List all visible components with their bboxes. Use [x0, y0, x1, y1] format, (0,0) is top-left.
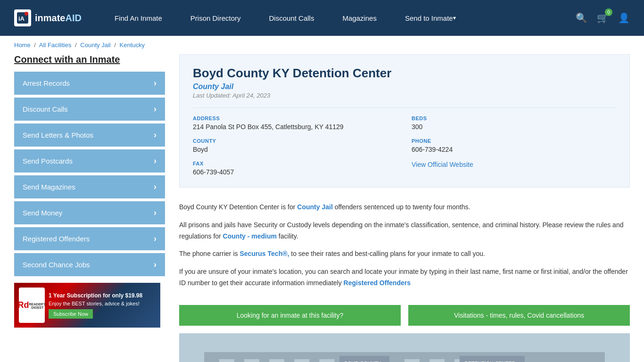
- nav-discount-calls[interactable]: Discount Calls: [255, 0, 329, 36]
- looking-for-inmate-button[interactable]: Looking for an inmate at this facility?: [179, 305, 401, 326]
- breadcrumb-sep-1: /: [34, 41, 36, 49]
- desc4-link[interactable]: Registered Offenders: [344, 279, 411, 287]
- ad-logo: Rd READER'S DIGEST: [19, 288, 45, 323]
- svg-text:iA: iA: [18, 15, 25, 22]
- svg-rect-12: [429, 359, 445, 362]
- facility-card: Boyd County KY Detention Center County J…: [179, 54, 630, 188]
- sidebar-btn-send-money[interactable]: Send Money ›: [14, 201, 165, 224]
- cart-badge: 0: [605, 8, 612, 16]
- beds-label: BEDS: [412, 115, 616, 121]
- header-icons: 🔍 🛒 0 👤: [576, 12, 630, 24]
- arrow-icon: ›: [154, 104, 157, 114]
- search-icon[interactable]: 🔍: [576, 12, 587, 24]
- sidebar-btn-label-registered-offenders: Registered Offenders: [23, 235, 90, 243]
- breadcrumb-sep-3: /: [114, 41, 116, 49]
- description-area: Boyd County KY Detention Center is for C…: [179, 197, 630, 300]
- sidebar-btn-send-magazines[interactable]: Send Magazines ›: [14, 175, 165, 198]
- sidebar-btn-label-discount-calls: Discount Calls: [23, 105, 68, 113]
- desc-para-4: If you are unsure of your inmate's locat…: [179, 266, 630, 289]
- sidebar-btn-arrest-records[interactable]: Arrest Records ›: [14, 72, 165, 95]
- arrow-icon: ›: [154, 130, 157, 140]
- ad-desc: Enjoy the BEST stories, advice & jokes!: [49, 301, 142, 306]
- breadcrumb: Home / All Facilities / County Jail / Ke…: [0, 36, 644, 54]
- desc-para-2: All prisons and jails have Security or C…: [179, 220, 630, 242]
- info-fax-block: FAX 606-739-4057: [193, 161, 397, 176]
- arrow-icon: ›: [154, 78, 157, 88]
- sidebar-btn-label-second-chance: Second Chance Jobs: [23, 261, 90, 269]
- desc3-start: The phone carrier is: [179, 250, 239, 257]
- arrow-icon: ›: [154, 260, 157, 270]
- sidebar-title: Connect with an Inmate: [14, 54, 165, 65]
- nav-prison-directory[interactable]: Prison Directory: [176, 0, 255, 36]
- desc3-end: to see their rates and best-calling plan…: [289, 250, 485, 257]
- svg-rect-10: [319, 359, 334, 362]
- desc1-link[interactable]: County Jail: [297, 203, 332, 211]
- desc1-end: offenders sentenced up to twenty four mo…: [333, 203, 471, 211]
- website-link[interactable]: View Official Website: [412, 161, 473, 168]
- svg-point-2: [25, 12, 28, 16]
- sidebar-ad[interactable]: Rd READER'S DIGEST 1 Year Subscription f…: [14, 283, 160, 328]
- breadcrumb-home[interactable]: Home: [14, 41, 31, 49]
- info-county-block: COUNTY Boyd: [193, 138, 397, 153]
- info-beds-block: BEDS 300: [412, 115, 616, 131]
- main-nav: Find An Inmate Prison Directory Discount…: [100, 0, 576, 36]
- breadcrumb-county-jail[interactable]: County Jail: [80, 41, 110, 49]
- sidebar-btn-label-send-postcards: Send Postcards: [23, 157, 73, 165]
- info-grid: ADDRESS 214 Panola St PO Box 455, Catlet…: [193, 107, 616, 176]
- sidebar-btn-label-send-letters: Send Letters & Photos: [23, 131, 93, 139]
- ad-title: 1 Year Subscription for only $19.98: [49, 292, 142, 299]
- sidebar-btn-discount-calls[interactable]: Discount Calls ›: [14, 98, 165, 121]
- desc-para-3: The phone carrier is Securus Tech®, to s…: [179, 248, 630, 260]
- logo-text: inmateAID: [35, 13, 82, 24]
- main-content: Connect with an Inmate Arrest Records › …: [0, 54, 644, 362]
- address-value: 214 Panola St PO Box 455, Catlettsburg, …: [193, 123, 397, 131]
- desc2-link[interactable]: County - medium: [223, 232, 277, 240]
- detail-panel: Boyd County KY Detention Center County J…: [179, 54, 630, 362]
- breadcrumb-sep-2: /: [75, 41, 77, 49]
- phone-value: 606-739-4224: [412, 146, 616, 153]
- facility-type: County Jail: [193, 82, 616, 91]
- cart-icon[interactable]: 🛒 0: [597, 12, 609, 24]
- desc2-end: facility.: [277, 232, 298, 240]
- arrow-icon: ›: [154, 156, 157, 166]
- breadcrumb-state[interactable]: Kentucky: [120, 41, 145, 49]
- arrow-icon: ›: [154, 208, 157, 218]
- desc3-link[interactable]: Securus Tech®,: [239, 250, 289, 257]
- breadcrumb-all-facilities[interactable]: All Facilities: [39, 41, 72, 49]
- user-icon[interactable]: 👤: [618, 12, 630, 24]
- sidebar-btn-label-arrest-records: Arrest Records: [23, 79, 70, 87]
- info-website-block: View Official Website: [412, 161, 616, 176]
- address-label: ADDRESS: [193, 115, 397, 121]
- facility-updated: Last Updated: April 24, 2023: [193, 92, 616, 99]
- sidebar-btn-registered-offenders[interactable]: Registered Offenders ›: [14, 227, 165, 250]
- ad-text: 1 Year Subscription for only $19.98 Enjo…: [45, 292, 142, 319]
- phone-label: PHONE: [412, 138, 616, 144]
- sidebar-btn-send-letters[interactable]: Send Letters & Photos ›: [14, 123, 165, 147]
- sidebar-btn-send-postcards[interactable]: Send Postcards ›: [14, 149, 165, 173]
- logo-area[interactable]: iA inmateAID: [14, 9, 82, 26]
- sidebar: Connect with an Inmate Arrest Records › …: [14, 54, 165, 362]
- facility-image: BOYD COUNTY DETENTION CENTER: [179, 333, 630, 362]
- svg-rect-9: [294, 359, 309, 362]
- sidebar-btn-label-send-money: Send Money: [23, 209, 62, 217]
- logo-icon: iA: [14, 9, 31, 26]
- svg-rect-7: [244, 359, 259, 362]
- svg-rect-6: [219, 359, 234, 362]
- desc-para-1: Boyd County KY Detention Center is for C…: [179, 202, 630, 213]
- info-address-block: ADDRESS 214 Panola St PO Box 455, Catlet…: [193, 115, 397, 131]
- arrow-icon: ›: [154, 234, 157, 244]
- ad-subscribe-button[interactable]: Subscribe Now: [49, 309, 93, 319]
- sidebar-btn-second-chance[interactable]: Second Chance Jobs ›: [14, 253, 165, 276]
- desc1-start: Boyd County KY Detention Center is for: [179, 203, 297, 211]
- svg-rect-8: [269, 359, 284, 362]
- nav-find-inmate[interactable]: Find An Inmate: [100, 0, 176, 36]
- nav-send-to-inmate[interactable]: Send to Inmate: [391, 0, 470, 36]
- header: iA inmateAID Find An Inmate Prison Direc…: [0, 0, 644, 36]
- visitations-button[interactable]: Visitations - times, rules, Covid cancel…: [408, 305, 630, 326]
- nav-magazines[interactable]: Magazines: [328, 0, 391, 36]
- fax-value: 606-739-4057: [193, 168, 397, 176]
- sidebar-btn-label-send-magazines: Send Magazines: [23, 183, 75, 191]
- action-buttons: Looking for an inmate at this facility? …: [179, 305, 630, 326]
- beds-value: 300: [412, 123, 616, 131]
- fax-label: FAX: [193, 161, 397, 166]
